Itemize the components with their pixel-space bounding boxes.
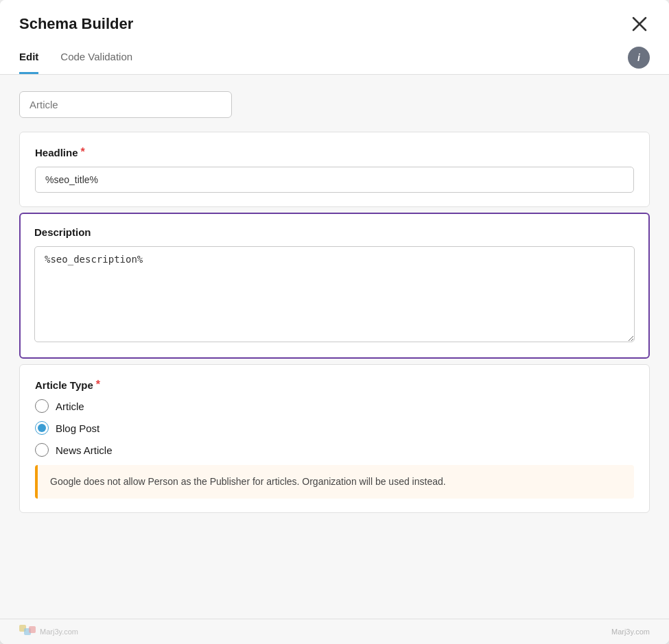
radio-blog-post-label: Blog Post — [56, 422, 99, 434]
modal-title: Schema Builder — [19, 15, 133, 33]
radio-item-blog-post[interactable]: Blog Post — [35, 421, 634, 435]
svg-rect-4 — [29, 626, 36, 633]
warning-box: Google does not allow Person as the Publ… — [35, 465, 634, 499]
watermark-left: Marj3y.com — [19, 625, 78, 639]
description-textarea[interactable]: %seo_description% — [34, 246, 635, 342]
info-button[interactable]: i — [628, 47, 650, 69]
schema-builder-modal: Schema Builder Edit Code Validation i — [0, 0, 669, 644]
schema-type-input[interactable] — [19, 91, 232, 118]
headline-required-star: * — [81, 146, 85, 158]
headline-input[interactable] — [35, 167, 634, 193]
watermark-brand: Marj3y.com — [40, 628, 78, 636]
radio-article-label: Article — [56, 401, 84, 412]
radio-news-article-label: News Article — [56, 444, 113, 456]
description-label: Description — [34, 226, 635, 238]
modal-overlay: Schema Builder Edit Code Validation i — [0, 0, 669, 644]
radio-item-article[interactable]: Article — [35, 399, 634, 413]
article-type-label: Article Type * — [35, 379, 634, 391]
schema-type-select — [19, 91, 650, 118]
modal-body: Headline * Description %seo_description%… — [0, 75, 669, 619]
description-field-group: Description %seo_description% — [19, 213, 650, 359]
radio-item-news-article[interactable]: News Article — [35, 443, 634, 457]
tab-code-validation[interactable]: Code Validation — [60, 41, 132, 74]
headline-field-group: Headline * — [19, 132, 650, 207]
radio-article[interactable] — [35, 399, 49, 413]
radio-blog-post[interactable] — [35, 421, 49, 435]
article-type-field-group: Article Type * Article Blog Post News — [19, 364, 650, 513]
article-type-radio-group: Article Blog Post News Article — [35, 399, 634, 457]
tabs-bar: Edit Code Validation i — [0, 41, 669, 75]
article-type-required-star: * — [96, 379, 100, 391]
close-button[interactable] — [629, 14, 650, 34]
headline-label: Headline * — [35, 146, 634, 158]
radio-news-article[interactable] — [35, 443, 49, 457]
watermark-right: Marj3y.com — [611, 628, 650, 636]
tab-edit[interactable]: Edit — [19, 41, 38, 74]
modal-header: Schema Builder — [0, 0, 669, 34]
warning-text: Google does not allow Person as the Publ… — [50, 476, 446, 487]
